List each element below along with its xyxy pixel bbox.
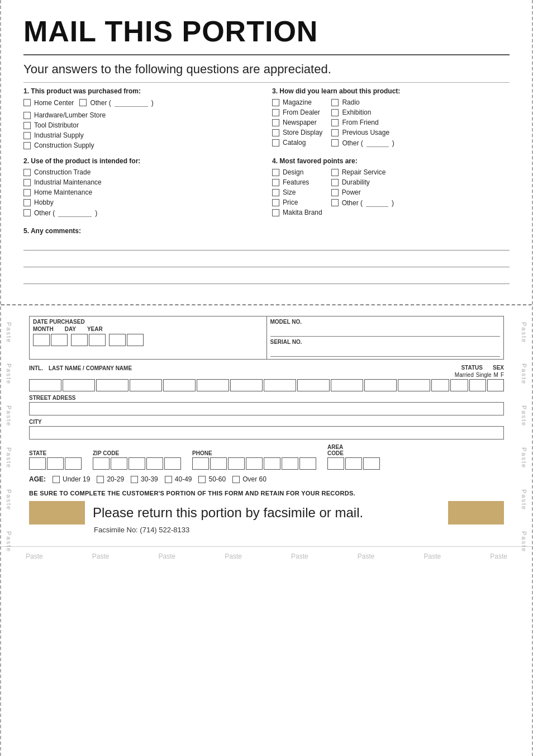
cb-durability[interactable]: [331, 179, 339, 186]
year-cell-1[interactable]: [109, 334, 126, 346]
zip-cell-4[interactable]: [146, 457, 163, 470]
q4-cols: Design Features Size: [272, 168, 510, 219]
cb-construction-trade[interactable]: [23, 169, 31, 176]
name-cell-9[interactable]: [297, 379, 330, 391]
name-cell-8[interactable]: [264, 379, 296, 391]
phone-cell-5[interactable]: [264, 457, 280, 470]
phone-cell-2[interactable]: [210, 457, 227, 470]
model-input[interactable]: [270, 325, 501, 337]
m-cell[interactable]: [469, 379, 486, 391]
cb-tool-dist[interactable]: [23, 122, 31, 129]
cb-makita[interactable]: [272, 209, 279, 216]
cb-from-friend[interactable]: [331, 119, 339, 126]
zip-cell-1[interactable]: [93, 457, 110, 470]
cb-industrial[interactable]: [23, 132, 31, 139]
q4-durability-label: Durability: [342, 178, 370, 186]
cb-construction[interactable]: [23, 142, 31, 149]
name-row-section: INTL. LAST NAME / COMPANY NAME STATUS SE…: [29, 363, 504, 391]
state-cell-3[interactable]: [65, 457, 82, 470]
cut-line-container: [1, 304, 532, 306]
phone-cell-1[interactable]: [192, 457, 209, 470]
area-cell-3[interactable]: [363, 457, 380, 470]
name-cell-10[interactable]: [331, 379, 363, 391]
zip-group: ZIP CODE: [93, 450, 181, 470]
cb-industrial-maint[interactable]: [23, 179, 31, 186]
zip-cell-2[interactable]: [111, 457, 127, 470]
name-label: LAST NAME / COMPANY NAME: [49, 365, 132, 371]
title-section: MAIL THIS PORTION: [23, 6, 510, 52]
cb-features[interactable]: [272, 179, 279, 186]
cb-price[interactable]: [272, 199, 279, 206]
cb-home-maint[interactable]: [23, 189, 31, 196]
area-cell-2[interactable]: [345, 457, 362, 470]
phone-cell-6[interactable]: [282, 457, 298, 470]
state-group: STATE: [29, 450, 82, 470]
area-cell-1[interactable]: [327, 457, 344, 470]
state-cell-1[interactable]: [29, 457, 46, 470]
cb-age-over60[interactable]: [232, 476, 240, 483]
phone-cell-7[interactable]: [299, 457, 316, 470]
cb-store-display[interactable]: [272, 129, 279, 136]
single-cell[interactable]: [450, 379, 468, 391]
name-cell-12[interactable]: [398, 379, 430, 391]
name-cell-1[interactable]: [29, 379, 61, 391]
status-label: STATUS: [461, 365, 483, 371]
name-cell-2[interactable]: [63, 379, 95, 391]
q4-makita-label: Makita Brand: [283, 209, 322, 216]
szpa-labels: STATE ZIP CODE: [29, 444, 504, 470]
cb-prev-usage[interactable]: [331, 129, 339, 136]
cb-size[interactable]: [272, 189, 279, 196]
serial-input[interactable]: [270, 346, 501, 357]
zip-cell-3[interactable]: [129, 457, 145, 470]
day-cell-1[interactable]: [71, 334, 88, 346]
cb-design[interactable]: [272, 169, 279, 176]
cb-age-3039[interactable]: [131, 476, 138, 483]
cb-magazine[interactable]: [272, 99, 279, 106]
age-30-39: 30-39: [131, 475, 158, 483]
month-cell-2[interactable]: [51, 334, 68, 346]
cb-age-2029[interactable]: [97, 476, 104, 483]
form-inner: DATE PURCHASED MONTH DAY YEAR: [23, 311, 510, 541]
name-cell-5[interactable]: [163, 379, 196, 391]
cb-q2-other[interactable]: [23, 209, 31, 216]
name-cell-6[interactable]: [197, 379, 229, 391]
cb-q1-other[interactable]: [79, 99, 87, 106]
cb-repair[interactable]: [331, 169, 339, 176]
q3-friend-label: From Friend: [342, 119, 378, 126]
name-cell-11[interactable]: [364, 379, 397, 391]
state-input-cells: [29, 457, 82, 470]
cb-catalog[interactable]: [272, 139, 279, 147]
f-cell[interactable]: [487, 379, 504, 391]
married-cell[interactable]: [431, 379, 449, 391]
q3-exhibition-label: Exhibition: [342, 108, 371, 116]
month-cell-1[interactable]: [33, 334, 50, 346]
cb-hobby[interactable]: [23, 199, 31, 206]
q2-other-blank: [58, 209, 92, 217]
name-cell-4[interactable]: [130, 379, 162, 391]
cb-q4-other[interactable]: [331, 199, 339, 206]
cb-age-5060[interactable]: [198, 476, 206, 483]
cb-newspaper[interactable]: [272, 119, 279, 126]
cb-from-dealer[interactable]: [272, 109, 279, 116]
cb-power[interactable]: [331, 189, 339, 196]
phone-cell-3[interactable]: [228, 457, 245, 470]
year-label: YEAR: [87, 326, 103, 332]
state-cell-2[interactable]: [47, 457, 64, 470]
name-cell-7[interactable]: [230, 379, 263, 391]
day-cell-2[interactable]: [89, 334, 106, 346]
name-cell-3[interactable]: [96, 379, 129, 391]
cb-hardware[interactable]: [23, 112, 31, 119]
cb-age-4049[interactable]: [165, 476, 172, 483]
cb-exhibition[interactable]: [331, 109, 339, 116]
cb-radio[interactable]: [331, 99, 339, 106]
year-cell-2[interactable]: [127, 334, 144, 346]
city-input[interactable]: [29, 426, 504, 440]
phone-cell-4[interactable]: [246, 457, 263, 470]
q4-size-label: Size: [283, 188, 296, 196]
zip-cell-5[interactable]: [164, 457, 181, 470]
cb-q3-other[interactable]: [331, 139, 339, 147]
cb-home-center[interactable]: [23, 99, 31, 106]
q3-other-close: ): [392, 139, 394, 147]
cb-age-under19[interactable]: [53, 476, 60, 483]
street-input[interactable]: [29, 402, 504, 415]
